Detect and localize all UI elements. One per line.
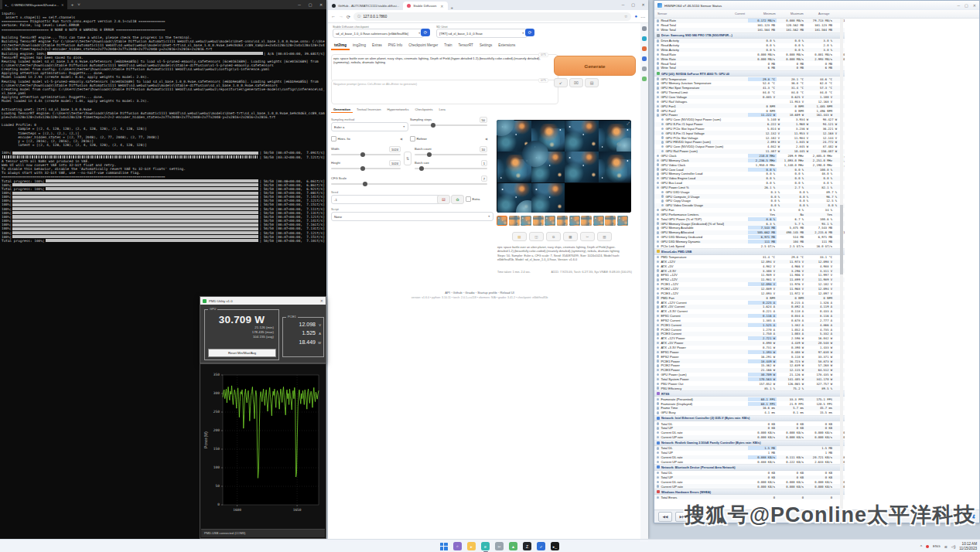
tab-extensions[interactable]: Extensions: [495, 42, 518, 50]
sensor-section-header[interactable]: Network: Intel Ethernet Controller (2) I…: [654, 415, 845, 421]
sensor-row[interactable]: GPU Video Decode Usage0.0 %0.0 %0.0 %0.0…: [654, 203, 845, 208]
sensor-row[interactable]: GPU Fan20 RPM0 RPM1,496 RPM1,068 RPM: [654, 108, 845, 113]
reuse-seed-button[interactable]: ♻: [451, 195, 464, 204]
sensor-row[interactable]: Write Rate0.000 MB/s0.000 MB/s2.993 MB/s…: [654, 56, 845, 61]
sensor-row[interactable]: ATX +3.3V Current0.221 A0.118 A0.433 A0.…: [654, 309, 845, 314]
sensor-row[interactable]: GPU Core (NVVDD) Input Power (sum)5.140 …: [654, 118, 845, 122]
tab-extras[interactable]: Extras: [369, 42, 385, 50]
sensor-row[interactable]: PCIE2 Power15.362 W12.639 W57.268 W28.88…: [654, 363, 845, 368]
sensor-row[interactable]: EPS2 Current1.385 A0.678 A2.777 A1.592 A: [654, 318, 845, 322]
thumbnail-7[interactable]: [569, 216, 580, 226]
sensor-section-header[interactable]: RTSS: [654, 390, 845, 397]
send-to-extras-button[interactable]: ▥: [597, 232, 612, 241]
prompt-textarea[interactable]: epic space battle over an alien planet, …: [331, 54, 558, 82]
sensor-row[interactable]: GPU Core Voltage0.885 V0.625 V1.100 V1.0…: [654, 95, 845, 100]
sampling-steps-slider[interactable]: Sampling steps50: [410, 118, 487, 121]
sensor-row[interactable]: GPU Bus Load0.0 %0.0 %8.0 %1.4 %: [654, 181, 845, 186]
close-button[interactable]: ✕: [638, 0, 648, 9]
taskbar-icon-app-check[interactable]: ✓: [537, 542, 545, 550]
sensor-row[interactable]: PCIE2 Current1.270 A1.052 A4.735 A2.389 …: [654, 327, 845, 332]
tab-train[interactable]: Train: [441, 42, 455, 50]
hires-fix-checkbox[interactable]: Hires. fix ◀: [331, 136, 402, 141]
sensor-row[interactable]: PSU Efficiency85.1 %75.2 %89.5 %86.7 %: [654, 386, 845, 390]
subtab-hypernetworks[interactable]: Hypernetworks: [385, 107, 411, 113]
sensor-row[interactable]: Read Rate0.000 MB/s0.000 MB/s0.001 MB/s0…: [654, 52, 845, 56]
sensor-row[interactable]: Current UP rate0.000 KB/s0.000 KB/s0.000…: [654, 484, 845, 489]
close-button[interactable]: ✕: [973, 3, 976, 8]
sensor-section-header[interactable]: Windows Hardware Errors (WHEA): [654, 489, 845, 495]
sensor-row[interactable]: GPU 8-Pin #1 Input Power6.222 W1.960 W94…: [654, 122, 845, 127]
minimize-button[interactable]: ─: [294, 0, 305, 9]
sidebar-icon-3[interactable]: [642, 56, 647, 61]
sensor-row[interactable]: Read Total0 MB0 MB0 MB: [654, 61, 845, 66]
sensor-row[interactable]: GPU D3D Memory Dynamic111 MB104 MB111 MB…: [654, 240, 845, 244]
generate-button[interactable]: Generate: [554, 56, 636, 76]
minimize-button[interactable]: ─: [958, 3, 961, 8]
sensor-row[interactable]: PCIE1 +12V12.098 V11.976 V12.102 V12.091…: [654, 282, 845, 287]
sensor-row[interactable]: GPU Memory Available7,543 MB5,875 MB7,54…: [654, 226, 845, 230]
sensor-row[interactable]: GPU Memory Usage (Dedicated) [% of Total…: [654, 221, 845, 226]
height-slider[interactable]: Height1024: [331, 161, 401, 165]
sensor-row[interactable]: Drive Activity0.0 %0.0 %3.0 %0.1 %: [654, 39, 845, 43]
sensor-row[interactable]: PMD Temperature31.4 °C29.8 °C33.1 °C31.6…: [654, 255, 845, 260]
sensor-section-header[interactable]: Network: Realtek Gaming 2.5GbE Family Co…: [654, 440, 845, 446]
gallery-image-4[interactable]: [599, 121, 631, 152]
thumbnail-9[interactable]: [593, 216, 604, 226]
sidebar-icon-2[interactable]: [642, 46, 647, 51]
sensor-row[interactable]: Total DL0 KB0 KB0 KB: [654, 471, 845, 475]
sensor-row[interactable]: Write Activity0.0 %0.0 %3.0 %0.1 %: [654, 48, 845, 53]
subtab-checkpoints[interactable]: Checkpoints: [412, 107, 435, 113]
power-graph-window[interactable]: 05010015020025030035016001650Power (W) P…: [200, 363, 326, 539]
sensor-row[interactable]: PCIE1 Power18.449 W16.723 W58.873 W30.57…: [654, 359, 845, 363]
prev-page-button[interactable]: ◀◀: [658, 512, 672, 522]
sensor-row[interactable]: Total System Power170.563 W141.405 W341.…: [654, 377, 845, 381]
sensor-section-header[interactable]: GPU [#0]: NVIDIA GeForce RTX 4060 Ti: GP…: [654, 70, 845, 77]
sampling-method-dropdown[interactable]: Euler a▼: [331, 122, 408, 131]
hwinfo-sensor-window[interactable]: HWiNFO64 v7.46-5110 Sensor Status ─ ▢ ✕ …: [654, 0, 980, 523]
thumbnail-5[interactable]: [545, 216, 555, 226]
more-menu-icon[interactable]: ⋯: [640, 14, 645, 19]
favorite-star-icon[interactable]: ☆: [624, 14, 627, 19]
taskbar-icon-app-green[interactable]: ▲: [509, 542, 517, 550]
tab-close-icon[interactable]: ✕: [61, 3, 64, 7]
sensor-row[interactable]: Total UP1 MB1 MB: [654, 451, 845, 455]
sensor-row[interactable]: GPU Core Load0.0 %0.0 %100.0 %67.5 %: [654, 167, 845, 172]
sensor-row[interactable]: GPU Power Limit %26.1 %2.7 %82.1 %61.9 %: [654, 185, 845, 189]
subtab-lora[interactable]: Lora: [437, 107, 448, 113]
sensor-row[interactable]: GPU Fan0 %0 %34 %26 %: [654, 208, 845, 213]
footer-link-github[interactable]: Github: [453, 291, 463, 295]
unet-dropdown[interactable]: [TRT] sd_xl_base_1.0_0.9vae▼: [436, 29, 528, 38]
sidebar-icon-0[interactable]: [642, 26, 647, 31]
sensor-row[interactable]: ATX +5V Current1.624 A0.892 A4.119 A1.90…: [654, 305, 845, 309]
checkpoint-dropdown[interactable]: sd_xl_base_1.0_0.9vae.safetensors [e6bb9…: [333, 29, 424, 38]
tab-close-icon[interactable]: ✕: [440, 4, 443, 9]
sensor-row[interactable]: GPU Video Engine Load0.0 %0.0 %0.0 %0.0 …: [654, 176, 845, 181]
url-text[interactable]: 127.0.0.1:7860: [364, 15, 622, 19]
send-to-img2img-button[interactable]: ▦: [563, 232, 578, 241]
sensor-row[interactable]: Current UP rate0.888 KB/s0.222 KB/s2.633…: [654, 459, 845, 464]
gallery-expand-icon[interactable]: ⤢: [627, 121, 630, 125]
sensor-row[interactable]: GPU Power (sum)30.709 W21.126 W178.435 W…: [654, 373, 845, 377]
sensor-row[interactable]: EPS1 Current0.116 A0.034 A8.116 A4.375 A: [654, 314, 845, 319]
sensor-row[interactable]: GPU Hot Spot Temperature41.3 °C31.4 °C57…: [654, 86, 845, 90]
sensor-section-header[interactable]: ElmorLabs PMD-USB: [654, 248, 845, 254]
checkbox-icon[interactable]: [410, 136, 415, 141]
sensor-row[interactable]: Framerate (Displayed)60.1 FPS21.9 FPS120…: [654, 401, 845, 406]
pmd-title-bar[interactable]: PMD Utility v1.0 ✕: [200, 297, 326, 305]
batch-size-slider[interactable]: Batch size1: [415, 161, 487, 165]
chevron-left-icon[interactable]: ◀: [400, 137, 402, 141]
checkbox-icon[interactable]: [331, 136, 336, 141]
checkbox-icon[interactable]: [466, 196, 471, 202]
chevron-left-icon[interactable]: ◀: [485, 137, 487, 141]
taskbar-icon-gpu-z[interactable]: Z: [523, 542, 531, 550]
hwinfo-column-headers[interactable]: Sensor Current Minimum Maximum Average: [654, 10, 979, 19]
sensor-row[interactable]: GPU Power11.222 W10.609 W161.443 W132.05…: [654, 113, 845, 118]
tray-chevron-icon[interactable]: ^: [920, 544, 922, 549]
sensor-row[interactable]: GPU D3D Usage0.3 %0.0 %89.7 %62.1 %: [654, 189, 845, 194]
sensor-row[interactable]: GPU Compute_0 Usage0.0 %0.0 %96.7 %58.3 …: [654, 194, 845, 199]
gallery-image-8[interactable]: [599, 152, 631, 182]
thumbnail-8[interactable]: [581, 216, 592, 226]
thumbnail-3[interactable]: [521, 216, 531, 226]
address-bar[interactable]: ⓘ 127.0.0.1:7860 ☆: [353, 12, 631, 21]
sensor-row[interactable]: GPU Memory Clock2,236.5 MHz1,093.0 MHz2,…: [654, 158, 845, 162]
